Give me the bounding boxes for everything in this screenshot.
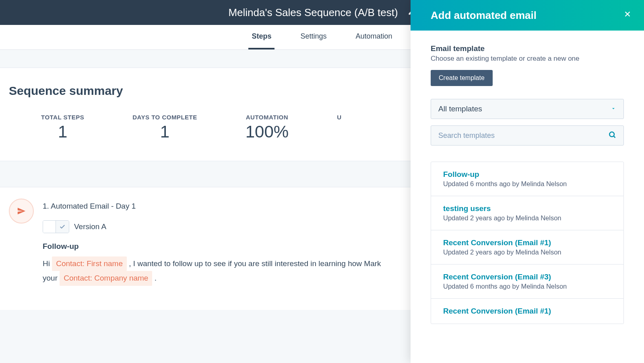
checkmark-icon[interactable]	[56, 221, 69, 233]
svg-point-2	[609, 132, 614, 137]
stat-partial: U	[337, 114, 341, 142]
stat-days: DAYS TO COMPLETE 1	[132, 114, 197, 142]
stat-label: U	[337, 114, 341, 121]
tab-automation[interactable]: Automation	[353, 25, 396, 49]
template-meta: Updated 2 years ago by Melinda Nelson	[443, 214, 611, 222]
template-name: Follow-up	[443, 170, 611, 179]
search-templates-input[interactable]	[431, 125, 624, 146]
stat-automation: AUTOMATION 100%	[246, 114, 289, 142]
panel-title: Add automated email	[431, 9, 537, 22]
page-title: Melinda's Sales Sequence (A/B test)	[228, 6, 398, 19]
merge-token-firstname[interactable]: Contact: First name	[52, 256, 127, 271]
stat-label: AUTOMATION	[246, 114, 289, 121]
body-text: Hi	[43, 259, 52, 268]
stat-value: 1	[132, 122, 197, 142]
template-list: Follow-up Updated 6 months ago by Melind…	[431, 162, 624, 310]
template-meta: Updated 6 months ago by Melinda Nelson	[443, 283, 611, 290]
side-panel: Add automated email Email template Choos…	[411, 0, 644, 310]
paper-plane-icon	[9, 199, 34, 224]
toggle-option-blank[interactable]	[43, 221, 56, 233]
stat-value: 100%	[246, 122, 289, 142]
stat-total-steps: TOTAL STEPS 1	[41, 114, 84, 142]
version-toggle[interactable]	[43, 220, 69, 233]
body-text: , I wanted to follow up to see if you ar…	[129, 259, 381, 268]
template-item[interactable]: testing users Updated 2 years ago by Mel…	[431, 196, 623, 230]
template-name: Recent Conversion (Email #3)	[443, 273, 611, 281]
template-filter-select[interactable]: All templates	[431, 99, 624, 119]
section-heading: Email template	[431, 44, 624, 53]
template-name: testing users	[443, 204, 611, 213]
template-name: Recent Conversion (Email #1)	[443, 307, 611, 310]
svg-line-3	[614, 136, 615, 138]
create-template-button[interactable]: Create template	[431, 70, 493, 86]
template-item[interactable]: Recent Conversion (Email #1) Updated 2 y…	[431, 230, 623, 265]
template-meta: Updated 2 years ago by Melinda Nelson	[443, 248, 611, 256]
search-icon[interactable]	[608, 131, 616, 140]
tab-steps[interactable]: Steps	[248, 25, 275, 49]
version-label: Version A	[74, 222, 106, 231]
stat-label: DAYS TO COMPLETE	[132, 114, 197, 121]
template-item[interactable]: Recent Conversion (Email #3) Updated 6 m…	[431, 265, 623, 299]
template-item[interactable]: Follow-up Updated 6 months ago by Melind…	[431, 162, 623, 196]
template-meta: Updated 6 months ago by Melinda Nelson	[443, 180, 611, 188]
body-text: .	[155, 274, 157, 282]
template-item[interactable]: Recent Conversion (Email #1)	[431, 299, 623, 310]
section-subtext: Choose an existing template or create a …	[431, 55, 624, 63]
select-value: All templates	[438, 105, 482, 113]
merge-token-company[interactable]: Contact: Company name	[60, 271, 152, 285]
close-icon[interactable]	[623, 10, 632, 21]
caret-down-icon	[611, 105, 616, 113]
search-field[interactable]	[438, 131, 608, 140]
tab-settings[interactable]: Settings	[297, 25, 330, 49]
panel-header: Add automated email	[411, 0, 644, 31]
stat-label: TOTAL STEPS	[41, 114, 84, 121]
template-name: Recent Conversion (Email #1)	[443, 238, 611, 247]
body-text: your	[43, 274, 60, 282]
stat-value: 1	[41, 122, 84, 142]
